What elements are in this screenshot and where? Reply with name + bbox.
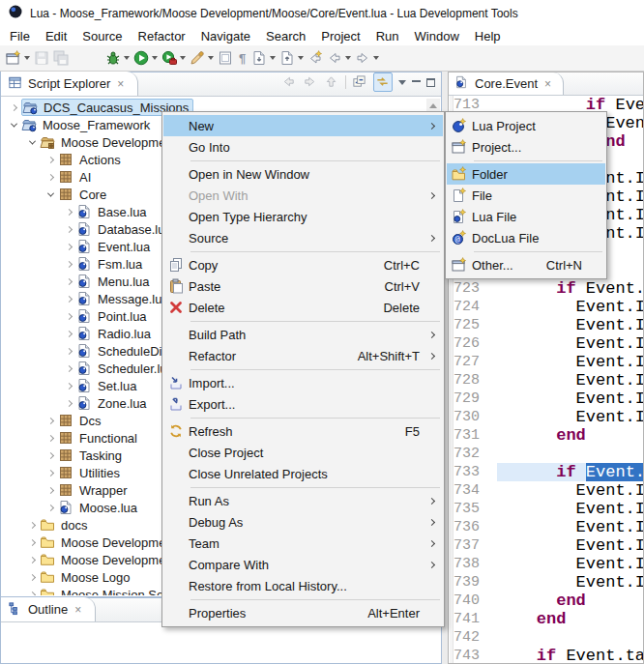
menu-item-new[interactable]: New <box>163 115 443 136</box>
chevron-right-icon[interactable] <box>24 575 40 580</box>
menu-edit[interactable]: Edit <box>38 27 74 45</box>
chevron-right-icon[interactable] <box>61 262 76 267</box>
menu-item-close-project[interactable]: Close Project <box>163 442 443 463</box>
menu-item-import[interactable]: Import... <box>163 372 443 393</box>
tree-item-body[interactable]: Radio.lua <box>76 325 155 342</box>
back-button[interactable] <box>325 46 353 70</box>
code-line[interactable]: end <box>497 592 643 610</box>
menu-item-close-unrelated-projects[interactable]: Close Unrelated Projects <box>163 463 443 484</box>
tree-item-body[interactable]: Utilities <box>58 464 124 481</box>
code-line[interactable] <box>497 628 643 647</box>
tree-item-body[interactable]: Moose Development <box>40 133 180 151</box>
menu-navigate[interactable]: Navigate <box>193 27 258 45</box>
tab-script-explorer[interactable]: Script Explorer × <box>1 72 138 96</box>
menu-item-properties[interactable]: PropertiesAlt+Enter <box>163 602 443 623</box>
menu-item-file[interactable]: File <box>447 185 605 206</box>
tree-item-body[interactable]: Fsm.lua <box>76 255 146 273</box>
code-line[interactable]: end <box>497 610 643 628</box>
chevron-right-icon[interactable] <box>43 175 58 180</box>
chevron-down-icon[interactable] <box>24 140 40 145</box>
chevron-right-icon[interactable] <box>43 436 58 441</box>
menu-search[interactable]: Search <box>258 27 313 45</box>
show-whitespace-button[interactable]: ¶ <box>235 46 249 70</box>
tree-item-body[interactable]: docs <box>40 516 91 534</box>
dropdown-arrow-icon[interactable] <box>124 56 130 60</box>
tree-item-body[interactable]: AI <box>58 168 95 186</box>
menu-item-go-into[interactable]: Go Into <box>163 136 443 158</box>
code-line[interactable]: Event.I <box>497 573 643 592</box>
chevron-right-icon[interactable] <box>61 366 76 371</box>
chevron-right-icon[interactable] <box>61 210 76 215</box>
menu-item-open-in-new-window[interactable]: Open in New Window <box>163 163 443 185</box>
tree-item-body[interactable]: Set.lua <box>76 377 140 394</box>
minimize-button[interactable] <box>412 79 421 86</box>
menu-run[interactable]: Run <box>368 27 407 45</box>
tree-item-body[interactable]: Menu.lua <box>76 273 153 290</box>
chevron-right-icon[interactable] <box>6 105 21 110</box>
menu-window[interactable]: Window <box>407 27 467 45</box>
chevron-right-icon[interactable] <box>61 245 76 249</box>
code-line[interactable]: Event.I <box>497 408 643 426</box>
tree-item-body[interactable]: Core <box>58 186 110 203</box>
tree-item-body[interactable]: Event.lua <box>76 238 154 255</box>
chevron-right-icon[interactable] <box>61 332 76 336</box>
menu-item-export[interactable]: Export... <box>163 393 443 415</box>
collapse-all-button[interactable] <box>352 74 367 90</box>
chevron-right-icon[interactable] <box>43 488 58 493</box>
menu-item-compare-with[interactable]: Compare With <box>163 554 443 575</box>
code-line[interactable]: Event.I <box>497 500 643 518</box>
tree-item-body[interactable]: Actions <box>58 151 125 168</box>
chevron-right-icon[interactable] <box>61 384 76 389</box>
tree-item-body[interactable]: Base.lua <box>76 203 151 220</box>
external-tools-button[interactable] <box>188 46 216 70</box>
new-wizard-button[interactable] <box>4 46 32 70</box>
chevron-right-icon[interactable] <box>43 419 58 423</box>
dropdown-arrow-icon[interactable] <box>298 56 304 60</box>
tab-core-event[interactable]: Core.Event × <box>449 72 564 95</box>
chevron-right-icon[interactable] <box>24 523 40 528</box>
dropdown-arrow-icon[interactable] <box>152 56 158 60</box>
chevron-right-icon[interactable] <box>61 297 76 302</box>
dropdown-arrow-icon[interactable] <box>345 56 351 60</box>
code-line[interactable]: Event.I <box>497 353 643 371</box>
run-config-button[interactable] <box>160 46 188 70</box>
menu-source[interactable]: Source <box>74 27 130 45</box>
menu-item-refactor[interactable]: RefactorAlt+Shift+T <box>163 345 443 366</box>
scroll-up-icon[interactable] <box>426 99 440 112</box>
forward-button[interactable] <box>353 46 381 70</box>
prev-annotation-button[interactable] <box>278 46 306 70</box>
menu-item-paste[interactable]: PasteCtrl+V <box>163 275 443 297</box>
chevron-right-icon[interactable] <box>43 471 58 476</box>
menu-item-folder[interactable]: Folder <box>447 163 605 185</box>
code-line[interactable]: Event.I <box>497 481 643 500</box>
chevron-right-icon[interactable] <box>61 227 76 232</box>
mark-occurrences-button[interactable] <box>216 46 235 70</box>
menu-file[interactable]: File <box>2 27 38 45</box>
debug-button[interactable] <box>103 46 132 70</box>
chevron-right-icon[interactable] <box>61 314 76 319</box>
dropdown-arrow-icon[interactable] <box>208 56 214 60</box>
code-line[interactable] <box>497 445 643 463</box>
menu-item-build-path[interactable]: Build Path <box>163 324 443 345</box>
menu-item-lua-project[interactable]: Lua Project <box>447 115 605 136</box>
tree-item-body[interactable]: Point.lua <box>76 307 151 325</box>
dropdown-arrow-icon[interactable] <box>180 56 186 60</box>
view-menu-button[interactable] <box>398 80 406 85</box>
code-line[interactable]: Event.I <box>497 555 643 573</box>
chevron-right-icon[interactable] <box>43 453 58 458</box>
menu-item-run-as[interactable]: Run As <box>163 490 443 511</box>
code-line[interactable]: Event.I <box>497 371 643 390</box>
code-line[interactable]: if Event.ta <box>497 647 643 663</box>
code-line[interactable]: Event.I <box>497 536 643 555</box>
menu-item-open-type-hierarchy[interactable]: Open Type Hierarchy <box>163 206 443 227</box>
menu-item-doclua-file[interactable]: @DocLua File <box>447 227 605 248</box>
chevron-right-icon[interactable] <box>24 592 40 596</box>
chevron-right-icon[interactable] <box>61 279 76 284</box>
tree-item-body[interactable]: Tasking <box>58 447 126 464</box>
tree-item-body[interactable]: Moose.lua <box>58 499 141 516</box>
tree-item-body[interactable]: Wrapper <box>58 481 132 499</box>
tree-item-body[interactable]: Moose Development <box>40 551 180 568</box>
tree-item-body[interactable]: Moose Development <box>40 534 180 551</box>
chevron-down-icon[interactable] <box>6 123 21 128</box>
menu-item-other[interactable]: Other...Ctrl+N <box>447 254 605 275</box>
